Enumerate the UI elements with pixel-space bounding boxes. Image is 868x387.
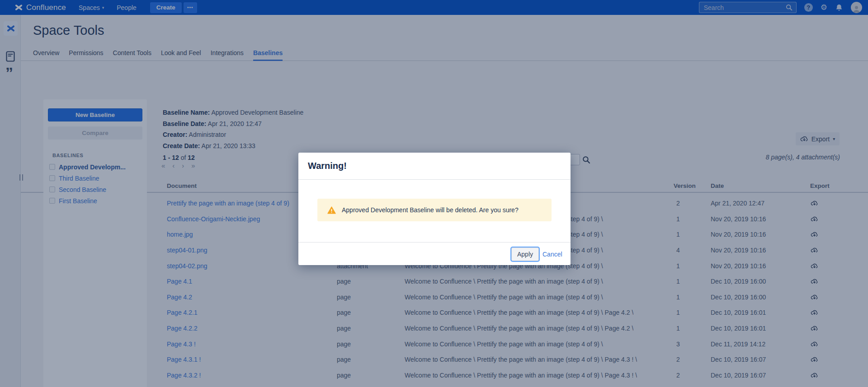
dialog-footer: Apply Cancel bbox=[298, 242, 571, 265]
apply-button[interactable]: Apply bbox=[511, 247, 539, 261]
dialog-header: Warning! bbox=[298, 153, 571, 180]
confluence-app: Confluence Spaces ▾ People Create ••• ? … bbox=[0, 0, 868, 387]
cancel-button[interactable]: Cancel bbox=[542, 247, 562, 261]
dialog-title: Warning! bbox=[308, 161, 347, 171]
warning-alert: Approved Development Baseline will be de… bbox=[317, 199, 552, 221]
warning-message: Approved Development Baseline will be de… bbox=[342, 206, 519, 214]
dialog-body: Approved Development Baseline will be de… bbox=[298, 180, 571, 242]
warning-triangle-icon bbox=[327, 206, 336, 214]
warning-dialog: Warning! Approved Development Baseline w… bbox=[298, 153, 571, 265]
